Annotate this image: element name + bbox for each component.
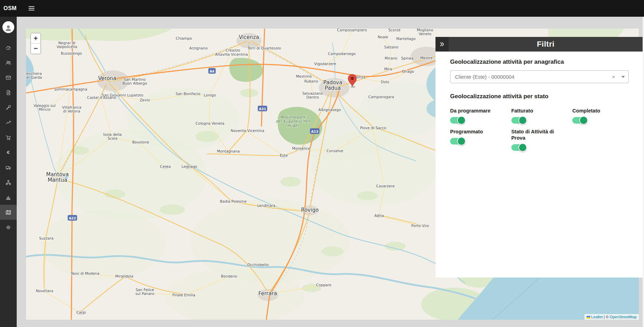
- map-label-town: Castel d'Azzano: [87, 95, 116, 100]
- sidebar-item-cart[interactable]: [0, 130, 17, 145]
- map-label-town: Bussolengo: [61, 51, 82, 55]
- panel-collapse-button[interactable]: [435, 37, 449, 52]
- map-icon: [5, 209, 11, 216]
- map-label-town: Albignasego: [319, 108, 341, 112]
- anagrafica-select[interactable]: Cliente (Este) - 00000004 ×: [450, 70, 629, 83]
- zoom-in-button[interactable]: +: [31, 33, 40, 44]
- wrench-icon: [5, 104, 11, 111]
- sidebar-item-workflow[interactable]: [0, 175, 17, 190]
- map-label-city: Rovigo: [301, 207, 319, 213]
- map-label-town: San Bonifacio: [175, 92, 201, 96]
- motorway-shield-A4: A4: [209, 68, 215, 73]
- app-logo: OSM: [0, 5, 22, 11]
- toggle-knob: [457, 137, 466, 146]
- collapse-right-icon: [439, 41, 445, 47]
- toggle-label-stato-attivita-prova: Stato di Attività di Prova: [511, 129, 567, 141]
- section-anagrafica-title: Geolocalizzazione attività per anagrafic…: [450, 59, 629, 65]
- map-label-town: Buon Albergo: [123, 81, 147, 85]
- sidebar-item-logistics[interactable]: [0, 160, 17, 175]
- toggle-cell-da-programmare: Da programmare: [450, 108, 506, 124]
- chart-line-icon: [5, 119, 11, 126]
- toggle-knob: [518, 143, 527, 152]
- map-label-town: Lonigo: [204, 93, 216, 97]
- leaflet-link[interactable]: Leaflet: [591, 315, 603, 319]
- user-avatar[interactable]: [2, 21, 14, 33]
- map-label-town: Dolo: [381, 80, 389, 84]
- map-label-town: Zevio: [140, 98, 150, 102]
- leaflet-flag-icon: [587, 316, 590, 319]
- sidebar-item-settings[interactable]: [0, 220, 17, 235]
- toggle-switch-fatturato[interactable]: [511, 117, 526, 124]
- attribution-separator: | ©: [603, 315, 610, 319]
- sidebar-item-documents[interactable]: [0, 85, 17, 100]
- main-content: VeronaVicenzaPadovaPaduaRovigoMantovaMan…: [17, 17, 644, 327]
- map-label-town: Salzano: [384, 45, 398, 49]
- map-label-town: Oriago: [402, 69, 414, 73]
- gear-icon: [5, 224, 11, 231]
- map-label-town: Chiampo: [176, 36, 192, 40]
- svg-text:A22: A22: [69, 216, 76, 220]
- map-label-town: Spinea: [401, 56, 414, 60]
- scrollbar-track[interactable]: [643, 17, 644, 327]
- map-label-town: Mirandola: [115, 274, 133, 278]
- map-label-town: Scorzè: [388, 29, 400, 32]
- map-label-town: Creazzo: [226, 48, 240, 52]
- sidebar-item-users[interactable]: [0, 55, 17, 70]
- map-label-town: Occhiobello: [247, 263, 268, 267]
- left-sidebar: [0, 17, 17, 327]
- svg-text:A13: A13: [311, 130, 319, 133]
- sidebar-item-mail[interactable]: [0, 70, 17, 85]
- sidebar-item-billing[interactable]: [0, 145, 17, 160]
- toggle-switch-da-programmare[interactable]: [450, 117, 465, 124]
- map-label-town: Sommacampagna: [54, 87, 87, 91]
- toggle-switch-completato[interactable]: [572, 117, 587, 124]
- map-label-town: Torri di Quartesolo: [247, 46, 281, 50]
- map-label-town: Carpi: [76, 310, 86, 314]
- svg-text:A31: A31: [259, 107, 266, 111]
- map-label-town: Campodarsego: [328, 52, 356, 56]
- map-label-town: Montagnana: [217, 149, 240, 153]
- toggle-knob: [518, 116, 527, 125]
- mail-icon: [5, 75, 11, 81]
- map-label-town: Cavarzere: [376, 184, 394, 188]
- toggle-knob: [579, 116, 588, 125]
- sidebar-item-reports[interactable]: [0, 115, 17, 130]
- map-label-town: Bondeno: [221, 274, 237, 278]
- toggle-switch-programmato[interactable]: [450, 138, 465, 145]
- map-label-town: Mincio: [39, 107, 50, 111]
- openstreetmap-link[interactable]: OpenStreetMap: [610, 315, 637, 319]
- map-label-city: Mantua: [48, 177, 67, 183]
- map-label-town: Lendinara: [257, 203, 275, 208]
- toggle-label-programmato: Programmato: [450, 129, 506, 135]
- clear-x-icon[interactable]: ×: [608, 74, 619, 80]
- map-label-town: Martellago: [396, 37, 416, 41]
- map-label-city: Ferrara: [258, 290, 277, 297]
- sidebar-item-stats[interactable]: [0, 190, 17, 205]
- toggle-cell-programmato: Programmato: [450, 129, 506, 145]
- zoom-control: + −: [30, 33, 41, 54]
- hamburger-menu-icon[interactable]: [26, 4, 37, 13]
- map-label-town: Cologna Veneta: [196, 121, 225, 125]
- motorway-shield-A13: A13: [310, 129, 319, 134]
- sidebar-item-dashboard[interactable]: [0, 40, 17, 55]
- map-label-town: di Verona: [63, 109, 80, 113]
- users-icon: [5, 60, 11, 66]
- map-label-town: Conselve: [327, 149, 343, 153]
- sidebar-item-map[interactable]: [0, 205, 17, 220]
- dashboard-icon: [5, 45, 11, 51]
- map-label-town: Altavilla Vicentina: [215, 52, 248, 56]
- sidebar-item-tools[interactable]: [0, 100, 17, 115]
- map-label-town: Valpolicella: [56, 45, 77, 49]
- toggle-label-completato: Completato: [572, 108, 628, 114]
- map-label-town: Novellara: [36, 289, 53, 293]
- map-label-town: Cerea: [160, 164, 171, 169]
- zoom-out-button[interactable]: −: [31, 44, 40, 54]
- map-label-town: Piove di Sacco: [360, 126, 386, 130]
- map-label-town: Rubano: [304, 79, 318, 83]
- map-label-town: Badia Polesine: [220, 199, 246, 203]
- toggle-switch-stato-attivita-prova[interactable]: [511, 144, 526, 151]
- document-icon: [5, 89, 11, 96]
- toggle-cell-completato: Completato: [572, 108, 629, 124]
- map-label-city: Vicenza: [239, 34, 259, 40]
- caret-down-icon[interactable]: [621, 76, 625, 78]
